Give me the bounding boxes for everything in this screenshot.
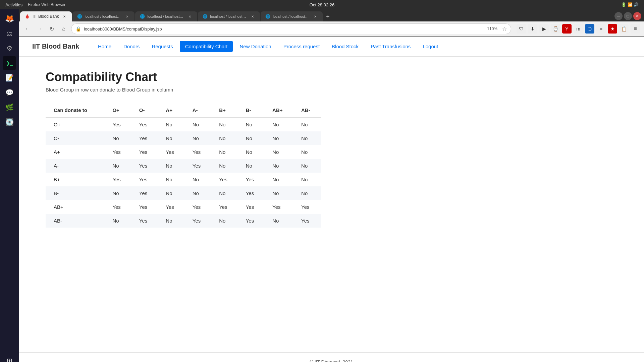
home-button[interactable]: ⌂ (59, 24, 68, 34)
compatibility-cell: Yes (238, 214, 264, 228)
new-tab-button[interactable]: + (323, 12, 333, 21)
extension-icon-7[interactable]: ⬡ (585, 24, 594, 34)
browser-label: Firefox Web Browser (28, 2, 65, 7)
extension-icon-10[interactable]: 📋 (619, 24, 629, 34)
sidebar-icon-apps[interactable]: ⊞ (3, 354, 16, 362)
compatibility-cell: Yes (264, 200, 293, 214)
compatibility-cell: No (293, 186, 321, 200)
compatibility-cell: Yes (104, 200, 131, 214)
datetime: Oct 28 02:26 (310, 2, 334, 7)
compatibility-cell: No (293, 131, 321, 145)
donor-cell: B+ (46, 173, 104, 186)
table-row: B-NoYesNoNoNoYesNoNo (46, 186, 321, 200)
tab-close-4[interactable]: ✕ (250, 14, 255, 19)
nav-compatibility[interactable]: Compatibility Chart (180, 41, 233, 52)
sidebar-icon-disk[interactable]: 💽 (3, 115, 16, 129)
nav-requests[interactable]: Requests (146, 41, 178, 52)
sidebar-icon-settings[interactable]: ⚙ (3, 42, 16, 55)
compatibility-cell: Yes (131, 173, 158, 186)
tab-close-1[interactable]: ✕ (62, 14, 67, 19)
extension-icon-5[interactable]: Y (562, 24, 572, 34)
compatibility-cell: Yes (131, 145, 158, 159)
extension-icon-2[interactable]: ⬇ (528, 24, 537, 34)
extension-icon-8[interactable]: ≈ (596, 24, 606, 34)
extension-icon-9[interactable]: ★ (608, 24, 617, 34)
compatibility-cell: Yes (131, 117, 158, 131)
donor-cell: B- (46, 186, 104, 200)
compatibility-cell: No (293, 117, 321, 131)
extension-icon-6[interactable]: m (574, 24, 583, 34)
table-header-donor: Can donate to (46, 103, 104, 117)
window-close[interactable]: ✕ (633, 12, 641, 20)
tab-close-3[interactable]: ✕ (187, 14, 193, 19)
compatibility-cell: Yes (184, 159, 211, 173)
security-icon: 🔒 (75, 26, 81, 32)
table-row: A-NoYesNoYesNoNoNoNo (46, 159, 321, 173)
sidebar-icon-app1[interactable]: 🌿 (3, 101, 16, 114)
compatibility-cell: Yes (293, 214, 321, 228)
page-subtitle: Blood Group in row can donate to Blood G… (46, 87, 617, 93)
donor-cell: A- (46, 159, 104, 173)
browser-tab-2[interactable]: 🌐 localhost / localhost / bl... ✕ (72, 11, 135, 21)
compatibility-cell: No (158, 117, 184, 131)
extension-icon-3[interactable]: ▶ (539, 24, 549, 34)
browser-tab-1[interactable]: 🩸 IIT Blood Bank ✕ (20, 11, 72, 21)
menu-button[interactable]: ≡ (631, 24, 640, 34)
donor-cell: O- (46, 131, 104, 145)
activities-label[interactable]: Activities (5, 2, 22, 7)
compatibility-cell: No (264, 117, 293, 131)
extension-icon-4[interactable]: ⌚ (551, 24, 560, 34)
bookmark-icon[interactable]: ☆ (502, 26, 507, 32)
table-row: AB+YesYesYesYesYesYesYesYes (46, 200, 321, 214)
compatibility-cell: No (293, 173, 321, 186)
sidebar-icon-editor[interactable]: 📝 (3, 71, 16, 84)
compatibility-cell: No (211, 145, 237, 159)
nav-process-request[interactable]: Process request (278, 41, 325, 52)
compatibility-table: Can donate to O+ O- A+ A- B+ B- AB+ AB- … (46, 103, 321, 228)
table-row: O+YesYesNoNoNoNoNoNo (46, 117, 321, 131)
compatibility-cell: No (184, 173, 211, 186)
compatibility-cell: Yes (131, 159, 158, 173)
nav-logout[interactable]: Logout (417, 41, 443, 52)
compatibility-cell: No (264, 131, 293, 145)
browser-tab-3[interactable]: 🌐 localhost / localhost / bl... ✕ (135, 11, 197, 21)
sidebar-icon-terminal[interactable]: ❯_ (3, 56, 16, 70)
compatibility-cell: No (238, 145, 264, 159)
compatibility-cell: No (184, 117, 211, 131)
compatibility-cell: Yes (184, 145, 211, 159)
compatibility-cell: Yes (238, 200, 264, 214)
compatibility-cell: No (293, 159, 321, 173)
sidebar-icon-files[interactable]: 🗂 (3, 27, 16, 40)
compatibility-cell: No (211, 131, 237, 145)
compatibility-cell: No (264, 186, 293, 200)
nav-past-transfusions[interactable]: Past Transfusions (365, 41, 416, 52)
table-row: B+YesYesNoNoYesYesNoNo (46, 173, 321, 186)
compatibility-cell: No (104, 214, 131, 228)
browser-tab-5[interactable]: 🌐 localhost / localhost / bl... ✕ (261, 11, 323, 21)
compatibility-cell: No (238, 117, 264, 131)
nav-donors[interactable]: Donors (118, 41, 145, 52)
table-header-bminus: B- (238, 103, 264, 117)
nav-blood-stock[interactable]: Blood Stock (326, 41, 364, 52)
sidebar-icon-discord[interactable]: 💬 (3, 86, 16, 99)
nav-home[interactable]: Home (93, 41, 117, 52)
compatibility-cell: No (264, 159, 293, 173)
compatibility-cell: No (104, 159, 131, 173)
forward-button[interactable]: → (35, 24, 44, 34)
compatibility-cell: Yes (293, 200, 321, 214)
sidebar-icon-firefox[interactable]: 🦊 (3, 12, 16, 25)
browser-tab-4[interactable]: 🌐 localhost / localhost / bl... ✕ (198, 11, 260, 21)
tab-close-5[interactable]: ✕ (313, 14, 318, 19)
zoom-level[interactable]: 110% (485, 26, 499, 32)
window-minimize[interactable]: ─ (614, 12, 623, 20)
window-maximize[interactable]: □ (624, 12, 632, 20)
back-button[interactable]: ← (23, 24, 32, 34)
tab-close-2[interactable]: ✕ (124, 14, 130, 19)
compatibility-cell: No (158, 131, 184, 145)
nav-new-donation[interactable]: New Donation (234, 41, 276, 52)
compatibility-cell: Yes (158, 145, 184, 159)
reload-button[interactable]: ↻ (47, 24, 56, 34)
extension-icon-1[interactable]: 🛡 (517, 24, 526, 34)
compatibility-cell: Yes (131, 200, 158, 214)
compatibility-cell: No (238, 159, 264, 173)
